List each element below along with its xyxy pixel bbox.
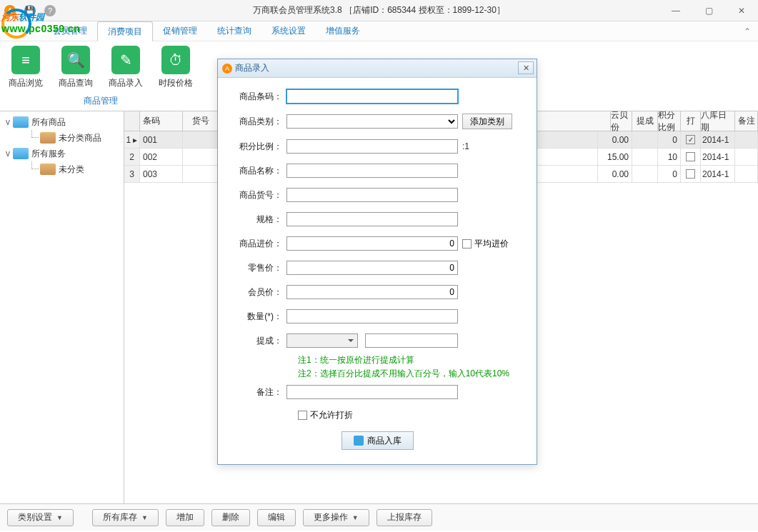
cell-date: 2014-1 <box>701 131 735 148</box>
folder-icon <box>13 116 29 128</box>
category-tree: v所有商品 未分类商品 v所有服务 未分类 <box>0 111 124 503</box>
folder-icon <box>13 148 29 159</box>
tree-node-unclassified-products[interactable]: 未分类商品 <box>0 130 124 146</box>
add-category-button[interactable]: 添加类别 <box>462 114 512 129</box>
app-icon: A <box>4 5 16 16</box>
remark-label: 备注： <box>229 386 286 398</box>
save-quick-icon[interactable]: 💾 <box>24 5 36 16</box>
barcode-input[interactable] <box>286 89 458 104</box>
collapse-icon[interactable]: v <box>3 149 13 159</box>
category-label: 商品类别： <box>229 116 286 128</box>
points-ratio-input[interactable] <box>286 139 458 154</box>
commission-type-select[interactable] <box>286 333 358 348</box>
menu-valueadd[interactable]: 增值服务 <box>316 21 370 41</box>
cell-remark <box>735 166 758 182</box>
report-stock-button[interactable]: 上报库存 <box>376 509 432 526</box>
cell-barcode: 003 <box>140 166 183 182</box>
menu-member-mgmt[interactable]: 会员管理 <box>43 21 97 41</box>
cell-remark <box>735 149 758 165</box>
cell-points: 10 <box>658 149 681 165</box>
delete-button[interactable]: 删除 <box>211 509 250 526</box>
cell-date: 2014-1 <box>701 149 735 165</box>
commission-value-input[interactable] <box>365 333 458 348</box>
ribbon-product-entry[interactable]: ✎商品录入 <box>107 44 144 91</box>
cost-input[interactable] <box>286 236 458 251</box>
remark-input[interactable] <box>286 385 458 399</box>
edit-icon: ✎ <box>111 46 140 74</box>
vip-input[interactable] <box>286 285 458 299</box>
cell-points: 0 <box>658 131 681 148</box>
more-actions-button[interactable]: 更多操作▼ <box>303 509 369 526</box>
no-discount-checkbox[interactable]: 不允许打折 <box>298 409 353 421</box>
col-memprice[interactable]: 云贝份 <box>611 111 632 131</box>
col-commission[interactable]: 提成 <box>632 111 658 131</box>
cell-remark <box>735 131 758 148</box>
collapse-icon[interactable]: v <box>3 117 13 127</box>
dialog-close-button[interactable]: ✕ <box>518 61 534 74</box>
row-header: 1 ▸ <box>124 131 140 148</box>
product-entry-dialog: A 商品录入 ✕ 商品条码： 商品类别：添加类别 积分比例：:1 商品名称： 商… <box>217 59 537 465</box>
col-sku[interactable]: 货号 <box>183 111 219 131</box>
row-header: 3 <box>124 166 140 182</box>
cell-memprice: 0.00 <box>598 166 632 182</box>
cell-memprice: 15.00 <box>598 149 632 165</box>
col-discount[interactable]: 打 <box>681 111 701 131</box>
row-header: 2 <box>124 149 140 165</box>
spec-label: 规格： <box>229 214 286 226</box>
col-barcode[interactable]: 条码 <box>140 111 183 131</box>
clock-icon: ⏱ <box>161 46 190 74</box>
list-icon: ≡ <box>11 46 40 74</box>
avg-cost-checkbox[interactable]: 平均进价 <box>462 238 509 250</box>
window-title: 万商联会员管理系统3.8 ［店铺ID：685344 授权至：1899-12-30… <box>253 4 505 16</box>
dialog-titlebar[interactable]: A 商品录入 ✕ <box>218 59 537 78</box>
qty-input[interactable] <box>286 309 458 323</box>
ribbon-time-price[interactable]: ⏱时段价格 <box>157 44 194 91</box>
menu-system[interactable]: 系统设置 <box>261 21 316 41</box>
category-settings-button[interactable]: 类别设置▼ <box>7 509 74 526</box>
spec-input[interactable] <box>286 212 458 226</box>
cell-commission <box>632 131 658 148</box>
cell-discount-chk[interactable] <box>681 149 701 165</box>
note-text: 注1：统一按原价进行提成计算注2：选择百分比提成不用输入百分号，输入10代表10… <box>298 353 525 381</box>
edit-button[interactable]: 编辑 <box>257 509 296 526</box>
category-select[interactable] <box>286 114 458 129</box>
menu-stats[interactable]: 统计查询 <box>207 21 261 41</box>
col-points[interactable]: 积分比例 <box>658 111 681 131</box>
menubar: 会员管理 消费项目 促销管理 统计查询 系统设置 增值服务 ⌃ <box>0 21 758 41</box>
grid-corner <box>124 111 140 131</box>
dialog-title-text: 商品录入 <box>235 62 269 74</box>
minimize-button[interactable]: — <box>659 0 692 21</box>
ribbon-product-browse[interactable]: ≡商品浏览 <box>7 44 44 91</box>
close-button[interactable]: ✕ <box>725 0 758 21</box>
stock-filter-dropdown[interactable]: 所有库存▼ <box>92 509 159 526</box>
bottom-toolbar: 类别设置▼ 所有库存▼ 增加 删除 编辑 更多操作▼ 上报库存 <box>0 503 758 531</box>
submit-button[interactable]: 商品入库 <box>341 431 414 450</box>
col-date[interactable]: 八库日期 <box>701 111 735 131</box>
ribbon-group-label: 商品管理 <box>84 95 118 107</box>
ribbon-product-search[interactable]: 🔍商品查询 <box>57 44 94 91</box>
ribbon-expand-icon[interactable]: ⌃ <box>744 26 751 36</box>
retail-input[interactable] <box>286 261 458 275</box>
cell-commission <box>632 166 658 182</box>
cell-barcode: 002 <box>140 149 183 165</box>
sku-input[interactable] <box>286 188 458 202</box>
points-ratio-suffix: :1 <box>462 141 469 151</box>
maximize-button[interactable]: ▢ <box>692 0 725 21</box>
help-quick-icon[interactable]: ? <box>44 5 56 16</box>
name-input[interactable] <box>286 164 458 178</box>
cell-sku <box>183 149 219 165</box>
cell-discount-chk[interactable] <box>681 166 701 182</box>
col-remark[interactable]: 备注 <box>735 111 758 131</box>
tree-node-all-services[interactable]: v所有服务 <box>0 146 124 161</box>
tree-node-all-products[interactable]: v所有商品 <box>0 114 124 130</box>
add-button[interactable]: 增加 <box>166 509 204 526</box>
titlebar: A 💾 ? 万商联会员管理系统3.8 ［店铺ID：685344 授权至：1899… <box>0 0 758 21</box>
cell-discount-chk[interactable]: ✓ <box>681 131 701 148</box>
cell-sku <box>183 131 219 148</box>
cell-sku <box>183 166 219 182</box>
menu-consume-items[interactable]: 消费项目 <box>97 21 153 41</box>
tree-node-unclassified[interactable]: 未分类 <box>0 161 124 177</box>
menu-promotion[interactable]: 促销管理 <box>153 21 207 41</box>
cell-points: 0 <box>658 166 681 182</box>
retail-label: 零售价： <box>229 262 286 274</box>
